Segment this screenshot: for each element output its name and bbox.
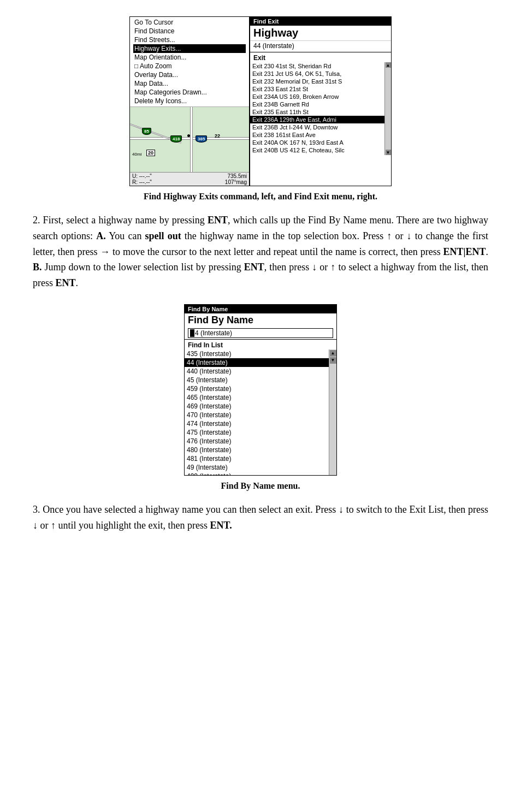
exit-list-item[interactable]: Exit 236A 129th Ave East, Admi <box>250 116 391 123</box>
menu-item-map-categories[interactable]: Map Categories Drawn... <box>133 88 246 97</box>
fbn-list-item[interactable]: 475 (Interstate) <box>185 428 329 437</box>
map-panel: Go To Cursor Find Distance Find Streets.… <box>129 16 250 186</box>
scrollbar-up-arrow[interactable]: ▲ <box>386 62 391 68</box>
fbn-list-items: 435 (Interstate)44 (Interstate)440 (Inte… <box>185 349 329 475</box>
fbn-list-item[interactable]: 49 (Interstate) <box>185 463 329 472</box>
map-status-r: R: ---.--" <box>132 179 152 185</box>
fbn-input[interactable]: 4 (Interstate) <box>188 328 333 338</box>
exit-list-item[interactable]: Exit 236B Jct I-244 W, Downtow <box>250 123 391 131</box>
fbn-title: Find By Name <box>185 305 336 313</box>
find-exit-panel: Find Exit Highway 44 (Interstate) Exit E… <box>250 16 392 186</box>
exit-list-items: Exit 230 41st St, Sheridan RdExit 231 Jc… <box>250 62 391 155</box>
fbn-list-item[interactable]: 476 (Interstate) <box>185 437 329 446</box>
exit-list-scrollbar[interactable]: ▲ ▼ <box>384 62 391 155</box>
fbn-find-in-list-label: Find In List <box>185 339 336 349</box>
menu-item-find-streets[interactable]: Find Streets... <box>133 35 246 44</box>
map-status-dist: 735.5mi <box>227 173 247 179</box>
map-position-dot <box>187 134 190 137</box>
find-exit-exit-label: Exit <box>250 52 391 62</box>
exit-list-item[interactable]: Exit 235 East 11th St <box>250 108 391 116</box>
menu-item-map-data[interactable]: Map Data... <box>133 79 246 88</box>
fbn-list-item[interactable]: 480 (Interstate) <box>185 446 329 454</box>
menu-item-find-distance[interactable]: Find Distance <box>133 27 246 35</box>
fbn-list-item[interactable]: 474 (Interstate) <box>185 419 329 428</box>
fbn-input-value: 4 (Interstate) <box>195 329 232 337</box>
fbn-list-item[interactable]: 440 (Interstate) <box>185 367 329 376</box>
fbn-list-item[interactable]: 435 (Interstate) <box>185 349 329 358</box>
menu-item-map-orientation[interactable]: Map Orientation... <box>133 53 246 62</box>
menu-item-overlay-data[interactable]: Overlay Data... <box>133 70 246 79</box>
fbn-scrollbar-up[interactable]: ▲ <box>330 350 336 357</box>
figure2: Find By Name Find By Name 4 (Interstate)… <box>33 304 488 476</box>
paragraph-2: 2. First, select a highway name by press… <box>33 212 488 291</box>
badge-22: 22 <box>215 133 220 139</box>
scrollbar-down-arrow[interactable]: ▼ <box>386 150 391 155</box>
exit-list-item[interactable]: Exit 240A OK 167 N, 193rd East A <box>250 139 391 146</box>
map-status: U: ---.--" 735.5mi R: ---.--" 107°mag <box>130 172 249 186</box>
map-status-mag: 107°mag <box>225 179 247 185</box>
fbn-cursor <box>190 329 194 337</box>
badge-85: 85 <box>142 128 151 135</box>
menu-item-auto-zoom[interactable]: Auto Zoom <box>133 62 246 70</box>
fbn-list-item[interactable]: 44 (Interstate) <box>185 358 329 367</box>
road-vertical <box>190 107 193 172</box>
menu-item-highway-exits[interactable]: Highway Exits... <box>133 44 246 53</box>
exit-list-item[interactable]: Exit 238 161st East Ave <box>250 131 391 139</box>
fbn-list-item[interactable]: 465 (Interstate) <box>185 393 329 402</box>
fbn-scrollbar-down[interactable]: ▼ <box>330 357 336 364</box>
find-exit-title: Find Exit <box>250 17 391 26</box>
map-menu: Go To Cursor Find Distance Find Streets.… <box>130 17 249 106</box>
exit-list-item[interactable]: Exit 231 Jct US 64, OK 51, Tulsa, <box>250 70 391 78</box>
find-exit-highway-value: 44 (Interstate) <box>250 41 391 52</box>
exit-list-item[interactable]: Exit 234A US 169, Broken Arrow <box>250 93 391 100</box>
exit-list-item[interactable]: Exit 240B US 412 E, Choteau, Silc <box>250 146 391 154</box>
road-horizontal <box>130 137 249 140</box>
paragraph-3: 3. Once you have selected a highway name… <box>33 502 488 534</box>
fbn-list-item[interactable]: 470 (Interstate) <box>185 411 329 419</box>
figure1: Go To Cursor Find Distance Find Streets.… <box>33 16 488 186</box>
find-exit-list: Exit 230 41st St, Sheridan RdExit 231 Jc… <box>250 62 391 155</box>
badge-20: 20 <box>146 150 155 156</box>
fbn-list-item[interactable]: 469 (Interstate) <box>185 402 329 411</box>
badge-418: 418 <box>170 135 182 143</box>
fbn-list-item[interactable]: 45 (Interstate) <box>185 376 329 384</box>
fbn-scrollbar[interactable]: ▲ ▼ <box>329 349 336 475</box>
fbn-panel: Find By Name Find By Name 4 (Interstate)… <box>184 304 337 476</box>
fbn-list-item[interactable]: 459 (Interstate) <box>185 384 329 393</box>
fbn-list-item[interactable]: 481 (Interstate) <box>185 454 329 463</box>
menu-item-go-to-cursor[interactable]: Go To Cursor <box>133 18 246 27</box>
fbn-list: 435 (Interstate)44 (Interstate)440 (Inte… <box>185 349 336 475</box>
fbn-list-item[interactable]: 490 (Interstate) <box>185 472 329 475</box>
map-visual: 85 418 385 22 20 40mi <box>130 106 249 172</box>
exit-list-item[interactable]: Exit 230 41st St, Sheridan Rd <box>250 62 391 70</box>
figure2-caption: Find By Name menu. <box>33 481 488 491</box>
figure1-caption: Find Highway Exits command, left, and Fi… <box>33 192 488 201</box>
map-status-u: U: ---.--" <box>132 173 152 179</box>
menu-item-delete-icons[interactable]: Delete My Icons... <box>133 97 246 105</box>
map-label-40mi: 40mi <box>132 152 141 157</box>
exit-list-item[interactable]: Exit 241 OK 66 E, Catoosa, Jct I- <box>250 154 391 155</box>
exit-list-item[interactable]: Exit 233 East 21st St <box>250 85 391 93</box>
find-exit-highway-label: Highway <box>250 26 391 41</box>
badge-385: 385 <box>196 135 207 143</box>
exit-list-item[interactable]: Exit 234B Garnett Rd <box>250 100 391 108</box>
exit-list-item[interactable]: Exit 232 Memorial Dr, East 31st S <box>250 78 391 85</box>
fbn-heading: Find By Name <box>185 313 336 327</box>
